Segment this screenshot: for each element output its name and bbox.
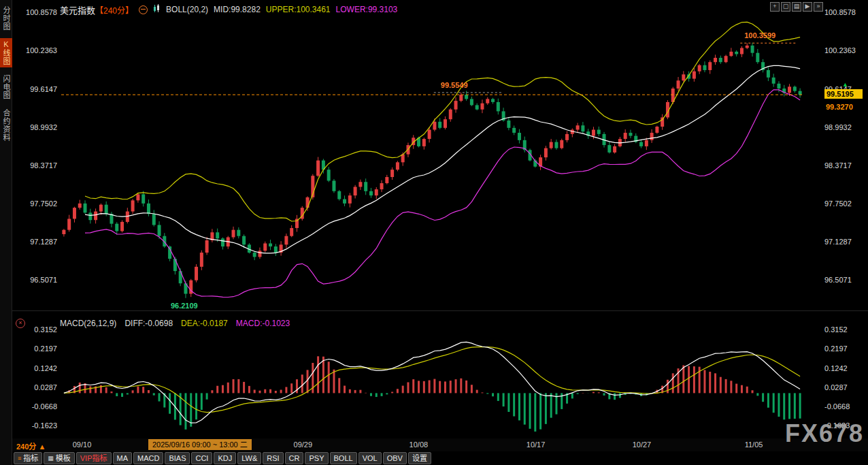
price-axis-label: 98.9932	[824, 123, 864, 131]
boll-label: BOLL(20,2)	[166, 5, 208, 14]
watermark: FX678	[785, 419, 864, 448]
peak-price-label: 99.5549	[441, 81, 468, 89]
macd-panel: × MACD(26,12,9) DIFF:-0.0698 DEA:-0.0187…	[12, 310, 868, 439]
zoom-in-button[interactable]: +	[770, 2, 780, 12]
macd-macd-value: MACD:-0.1023	[236, 319, 290, 328]
tab-macd[interactable]: MACD	[133, 452, 163, 464]
macd-header: MACD(26,12,9) DIFF:-0.0698 DEA:-0.0187 M…	[60, 319, 290, 328]
price-chart-canvas[interactable]	[12, 0, 868, 310]
tab-lw[interactable]: LW&	[237, 452, 261, 464]
tab-kdj-label: KDJ	[218, 453, 232, 463]
macd-axis-label: -0.0668	[824, 402, 864, 411]
close-indicator-icon[interactable]: ×	[16, 319, 25, 328]
tab-settings-label: 设置	[412, 453, 427, 463]
price-axis-label: 98.3717	[824, 161, 864, 170]
tab-indicators[interactable]: ≡指标	[14, 452, 42, 464]
left-sidebar: 分时图K线图闪电图合约资料	[0, 0, 12, 465]
macd-dea-value: DEA:-0.0187	[181, 319, 228, 328]
macd-axis-label: 0.1242	[24, 364, 57, 372]
price-axis-label: 97.7502	[824, 199, 864, 208]
collapse-icon[interactable]	[139, 5, 148, 14]
price-axis-label: 100.8578	[824, 8, 864, 16]
selected-range-label: 2025/09/16 09:00 ~ 13:00 二	[148, 439, 252, 450]
price-axis-label: 96.5071	[24, 276, 57, 284]
price-axis-label: 96.5071	[824, 276, 864, 284]
tab-settings[interactable]: 设置	[408, 452, 431, 464]
tab-kline-chart[interactable]: K线图	[0, 38, 12, 67]
time-axis-bar: 240分 ▲ 2025/09/16 09:00 ~ 13:00 二 09/100…	[12, 438, 868, 452]
price-axis-label: 97.1287	[824, 238, 864, 246]
play-button[interactable]: ▶	[803, 2, 812, 12]
price-axis-label: 98.9932	[24, 123, 57, 131]
step-forward-button[interactable]: »	[814, 2, 823, 12]
macd-title: MACD(26,12,9)	[60, 319, 116, 328]
tab-vip-indicators[interactable]: VIP指标	[76, 452, 112, 464]
macd-axis-label: -0.1623	[24, 421, 57, 430]
grid-layout-button[interactable]: ▤	[792, 2, 801, 12]
kline-mini-icon	[153, 4, 161, 15]
macd-axis-label: 0.1242	[824, 364, 864, 372]
tab-bias-label: BIAS	[169, 453, 186, 463]
tab-cci[interactable]: CCI	[191, 452, 212, 464]
date-label-0929: 09/29	[289, 440, 316, 449]
window-controls: +▢▤▶»	[770, 2, 823, 12]
macd-axis-label: 0.0287	[824, 383, 864, 391]
tab-tick-chart[interactable]: 闪电图	[0, 73, 12, 101]
tab-contract-info[interactable]: 合约资料	[0, 107, 12, 144]
tab-psy[interactable]: PSY	[305, 452, 328, 464]
tab-cr[interactable]: CR	[285, 452, 304, 464]
current-price-label: 99.5195	[824, 89, 863, 99]
macd-axis-label: 0.3152	[824, 325, 864, 334]
price-axis-label: 97.7502	[24, 199, 57, 208]
symbol-title: 美元指数【240分】	[60, 3, 133, 16]
low-price-label: 96.2109	[171, 302, 198, 310]
tab-time-chart[interactable]: 分时图	[0, 4, 12, 33]
macd-axis-label: 0.2197	[824, 344, 864, 353]
tab-templates-icon: ▦	[48, 453, 54, 463]
tab-obv-label: OBV	[387, 453, 403, 463]
price-axis-label: 100.2363	[824, 46, 864, 54]
boll-mid-value: MID:99.8282	[214, 5, 261, 14]
period-label[interactable]: 240分 ▲	[16, 440, 46, 451]
tab-templates[interactable]: ▦模板	[44, 452, 75, 464]
kline-chart-app: 分时图K线图闪电图合约资料 100.8578100.8578100.236310…	[0, 0, 868, 465]
high-price-label: 100.3599	[744, 31, 775, 39]
tab-vip-indicators-label: VIP指标	[80, 453, 107, 463]
macd-canvas[interactable]	[12, 311, 868, 439]
macd-diff-value: DIFF:-0.0698	[124, 319, 173, 328]
tab-cr-label: CR	[289, 453, 300, 463]
tab-ma[interactable]: MA	[113, 452, 133, 464]
date-label-1027: 10/27	[628, 440, 655, 449]
macd-axis-label: -0.0668	[24, 402, 57, 411]
period-up-arrow-icon: ▲	[38, 443, 46, 451]
tab-kdj[interactable]: KDJ	[214, 452, 236, 464]
price-axis-label: 97.1287	[24, 238, 57, 246]
price-axis-label: 99.6147	[24, 85, 57, 93]
tab-psy-label: PSY	[309, 453, 324, 463]
tab-obv[interactable]: OBV	[383, 452, 407, 464]
tab-bias[interactable]: BIAS	[165, 452, 190, 464]
tab-lw-label: LW&	[241, 453, 257, 463]
date-label-1017: 10/17	[522, 440, 550, 449]
tab-macd-label: MACD	[137, 453, 159, 463]
window-mode-button[interactable]: ▢	[781, 2, 790, 12]
date-label-0910: 09/10	[69, 440, 96, 449]
date-label-1008: 10/08	[405, 440, 432, 449]
symbol-name: 美元指数	[60, 5, 95, 16]
tab-boll-label: BOLL	[334, 453, 353, 463]
tab-vol[interactable]: VOL	[358, 452, 382, 464]
bottom-toolbar: ≡指标▦模板VIP指标MAMACDBIASCCIKDJLW&RSICRPSYBO…	[12, 451, 868, 465]
top-header: 美元指数【240分】 BOLL(20,2) MID:99.8282 UPPER:…	[60, 3, 397, 16]
date-label-1105: 11/05	[740, 440, 767, 449]
tab-boll[interactable]: BOLL	[330, 452, 357, 464]
price-chart-panel: 100.8578100.8578100.2363100.236399.61479…	[12, 0, 868, 310]
boll-lower-value: LOWER:99.3103	[336, 5, 398, 14]
macd-axis-label: 0.3152	[24, 325, 57, 334]
tab-templates-label: 模板	[56, 453, 71, 463]
price-axis-label: 100.8578	[24, 8, 57, 16]
macd-axis-label: 0.0287	[24, 383, 57, 391]
tab-rsi-label: RSI	[267, 453, 279, 463]
price-axis-label: 100.2363	[24, 46, 57, 54]
tab-ma-label: MA	[117, 453, 129, 463]
tab-rsi[interactable]: RSI	[263, 452, 283, 464]
